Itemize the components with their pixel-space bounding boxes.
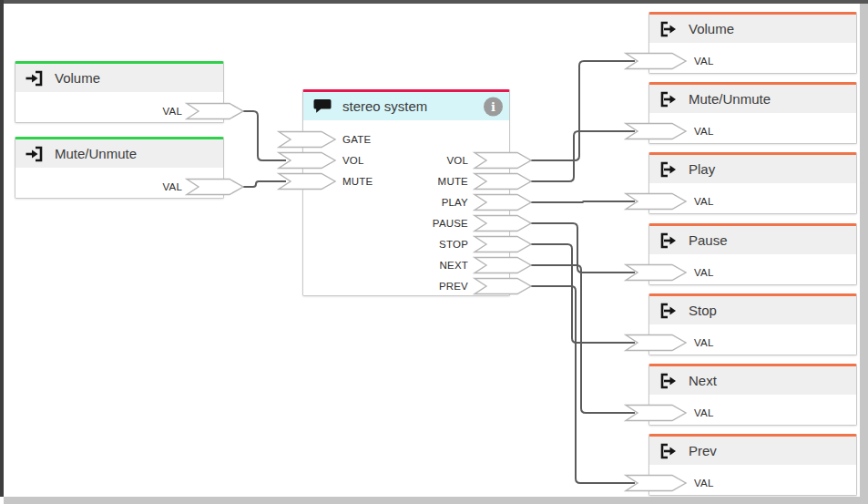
sign-out-icon	[659, 372, 679, 390]
node-title: stereo system	[342, 98, 427, 114]
node-header: Prev	[649, 437, 856, 465]
node-title: Mute/Unmute	[55, 146, 137, 161]
node-header: Volume	[649, 15, 856, 43]
node-title: Prev	[689, 443, 717, 458]
node-header: Volume	[15, 64, 223, 92]
node-header: Stop	[649, 296, 856, 324]
wire-device-stereo-system-to-output-volume[interactable]	[528, 61, 635, 160]
sign-out-icon	[659, 442, 679, 460]
node-header: Mute/Unmute	[15, 139, 223, 168]
wire-device-stereo-system-to-output-mute-unmute[interactable]	[528, 131, 635, 181]
port-input-gate-device-stereo-system[interactable]	[279, 132, 335, 148]
node-title: Mute/Unmute	[689, 91, 771, 107]
sign-out-icon	[659, 160, 679, 179]
node-title: Volume	[689, 21, 734, 36]
sign-out-icon	[659, 20, 679, 38]
frame-left-border	[0, 0, 4, 497]
horizontal-scrollbar[interactable]	[4, 497, 860, 504]
node-title: Next	[689, 373, 717, 388]
node-input-volume[interactable]: Volume	[15, 61, 224, 123]
frame-top-border	[0, 0, 868, 4]
wire-device-stereo-system-to-output-play[interactable]	[528, 201, 635, 202]
node-header: Pause	[649, 226, 856, 254]
node-input-mute-unmute[interactable]: Mute/Unmute	[15, 137, 224, 199]
sign-in-icon	[25, 145, 45, 163]
sign-in-icon	[25, 69, 45, 87]
node-header: stereo systemi	[303, 92, 509, 120]
flow-editor-canvas: VolumeMute/Unmutestereo systemiVolumeMut…	[0, 0, 868, 504]
node-title: Stop	[689, 303, 717, 318]
node-title: Pause	[689, 232, 728, 248]
vertical-scrollbar[interactable]	[860, 4, 868, 504]
info-icon[interactable]: i	[484, 97, 503, 116]
node-header: Mute/Unmute	[649, 85, 856, 113]
node-title: Volume	[55, 70, 100, 86]
sign-out-icon	[659, 231, 679, 250]
node-header: Next	[649, 366, 856, 395]
port-input-mute-device-stereo-system[interactable]	[279, 174, 335, 190]
port-input-vol-device-stereo-system[interactable]	[279, 153, 335, 169]
wire-device-stereo-system-to-output-next[interactable]	[528, 265, 635, 413]
chat-icon	[312, 98, 332, 116]
wire-input-mute-unmute-to-device-stereo-system[interactable]	[243, 181, 286, 187]
node-device-stereo-system[interactable]: stereo systemi	[302, 89, 510, 296]
sign-out-icon	[659, 90, 679, 108]
sign-out-icon	[659, 302, 679, 320]
node-title: Play	[689, 161, 715, 177]
node-header: Play	[649, 155, 856, 183]
